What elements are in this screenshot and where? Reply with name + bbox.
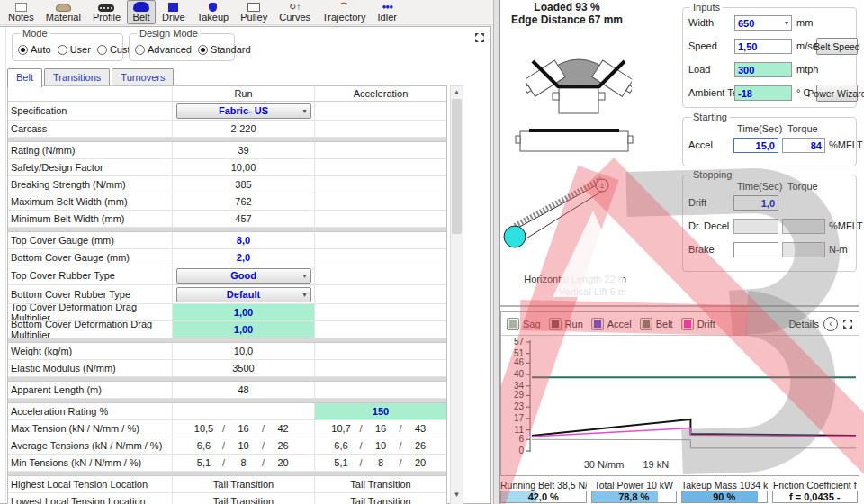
dropdown[interactable]: Good▾ [176,268,311,284]
row-label: Highest Local Tension Location [8,476,173,492]
table-header-row: Run Acceleration [8,86,446,102]
stopping-torque-header: Torque [788,181,818,192]
speed-input[interactable]: 1,50 [734,39,792,54]
design-mode-radio-advanced[interactable] [135,45,145,55]
table-row: Average Tensions (kN / N/mm / %)6,6/10/2… [8,437,446,454]
toolbar-button-idler[interactable]: Idler [373,0,402,24]
collapse-details-button[interactable]: ‹ [824,317,838,331]
legend-toggle-drift[interactable] [681,318,694,330]
acceleration-cell [315,232,446,248]
tail-pulley[interactable] [504,226,526,248]
pane-splitter[interactable] [493,0,500,504]
ambient-temp-input[interactable]: -18 [734,86,792,101]
dropdown[interactable]: Fabric- US▾ [176,104,311,119]
tension-value: 26 [270,440,297,451]
toolbar-button-curves[interactable]: Curves [274,0,316,24]
belt-speed-button[interactable]: Belt Speed [816,38,858,55]
tension-value: 8 [230,457,257,468]
tab-transitions[interactable]: Transitions [44,68,110,86]
row-label: Breaking Strength (N/mm) [8,176,173,193]
mode-radio-custom[interactable] [97,45,107,55]
mode-option-user[interactable]: User [58,44,91,55]
expand-panel-icon[interactable] [474,32,485,43]
starting-accel-time-input[interactable]: 15,0 [734,138,778,153]
table-row: Maximum Belt Width (mm)762 [8,194,446,211]
cell-value-editable[interactable]: 8,0 [237,235,250,246]
width-input[interactable]: 650▾ [734,15,792,31]
stopping-drift-time-input[interactable]: 1,0 [734,195,778,211]
toolbar-button-trajectory[interactable]: Trajectory [317,0,372,24]
cell-value-editable[interactable]: 1,00 [234,324,253,335]
toolbar-button-takeup[interactable]: Takeup [192,0,234,24]
toolbar-button-drive[interactable]: Drive [157,0,191,24]
toolbar-button-belt[interactable]: Belt [127,0,156,24]
toolbar-label: Pulley [240,12,267,22]
load-input[interactable]: 300 [734,62,792,77]
legend-toggle-sag[interactable] [507,318,519,330]
design-mode-label: Advanced [148,44,192,55]
table-row: Apparent Length (m)48 [8,382,446,399]
toolbar-button-notes[interactable]: Notes [3,0,40,24]
row-label: Safety/Design Factor [8,159,173,176]
mode-radio-user[interactable] [58,45,68,55]
dropdown-value: Fabric- US [219,105,268,116]
table-row: Top Cover Rubber TypeGood▾ [8,266,446,285]
run-cell: Tail Transition [173,476,315,492]
stopping-drdecel-torque-input[interactable] [782,219,825,234]
expand-chart-icon[interactable] [842,319,853,329]
dropdown[interactable]: Default▾ [176,287,311,302]
design-mode-option-advanced[interactable]: Advanced [135,44,192,55]
run-cell: 385 [173,176,315,193]
design-mode-label: Standard [211,44,251,55]
run-cell: 3500 [173,360,315,376]
x-axis-note: 30 N/mm 19 kN [501,459,752,470]
power-wizard-button[interactable]: Power Wizard [816,85,858,102]
legend-toggle-belt[interactable] [640,318,652,330]
input-row-load: Load300mtph [683,62,856,78]
belt-series-swatch [643,320,650,328]
cell-value-editable[interactable]: 2,0 [237,252,250,263]
tension-value: 10 [367,440,394,451]
cell-value-editable[interactable]: 1,00 [234,307,253,318]
input-cell[interactable]: 1,00 [173,321,314,338]
chart-legend-row: SagRunAccelBeltDrift Details ‹ [501,312,859,336]
cell-value: 2-220 [230,123,256,134]
legend-item-belt: Belt [640,318,673,330]
cell-value-editable[interactable]: 150 [373,406,389,417]
edge-distance-label: Edge Distance 67 mm [500,14,634,26]
ribbon-toolbar: NotesMaterialProfileBeltDriveTakeupPulle… [0,0,493,25]
mode-groupbox: Mode AutoUserCustom [12,33,123,61]
scroll-thumb[interactable] [452,99,462,234]
table-vertical-scrollbar[interactable]: ▲ ▼ [450,86,464,504]
tension-value: 8 [367,457,394,468]
run-cell: 10,0 [173,343,315,359]
stopping-brake-time-input[interactable] [734,242,778,257]
mode-radio-auto[interactable] [18,45,28,55]
scroll-up-icon[interactable]: ▲ [451,86,463,98]
input-cell[interactable]: 1,00 [173,304,314,320]
mode-option-auto[interactable]: Auto [18,44,51,55]
legend-toggle-run[interactable] [549,318,562,330]
status-value: 78,8 % [592,491,677,502]
toolbar-button-profile[interactable]: Profile [87,0,126,24]
tension-value: 20 [407,457,434,468]
toolbar-button-pulley[interactable]: Pulley [235,0,273,24]
slash-separator: / [394,457,407,468]
design-mode-radio-standard[interactable] [198,45,208,55]
toolbar-button-material[interactable]: Material [40,0,86,24]
input-cell[interactable]: 150 [315,403,446,419]
scroll-down-icon[interactable]: ▼ [451,489,463,500]
series-run [532,419,856,436]
tab-belt[interactable]: Belt [7,68,42,87]
stopping-brake-torque-input[interactable] [782,242,825,257]
starting-accel-torque-input[interactable]: 84 [782,138,825,153]
tab-turnovers[interactable]: Turnovers [112,68,174,86]
design-mode-groupbox: Design Mode AdvancedStandard [129,33,235,61]
design-mode-option-standard[interactable]: Standard [198,44,251,55]
legend-toggle-accel[interactable] [591,318,604,330]
table-row: Top Cover Deformation Drag Multiplier1,0… [8,304,446,321]
design-mode-radio-row: AdvancedStandard [135,44,257,55]
stopping-drdecel-time-input[interactable] [734,219,778,234]
acceleration-cell: Tail Transition [315,476,446,492]
accel-series-swatch [594,320,601,328]
